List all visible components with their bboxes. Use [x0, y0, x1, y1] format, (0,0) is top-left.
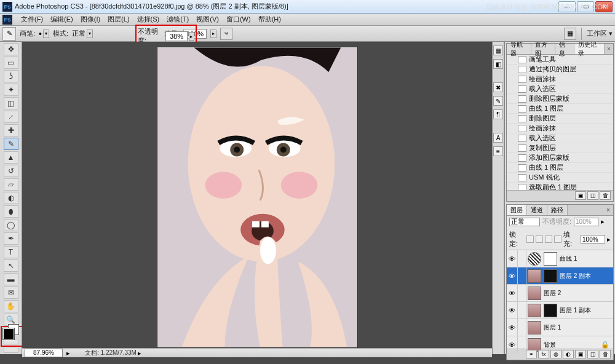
menu-file[interactable]: 文件(F) [17, 14, 47, 25]
tool-stamp[interactable]: ▲ [4, 151, 18, 164]
layer-fx-icon[interactable]: fx [538, 350, 549, 358]
tab-history[interactable]: 历史记录 [574, 44, 605, 54]
tool-eyedropper[interactable]: ⟋ [4, 111, 18, 123]
blend-mode-select[interactable]: 正常 [509, 218, 540, 226]
menu-window[interactable]: 窗口(W) [223, 14, 255, 25]
tool-shape[interactable]: ▬ [4, 273, 18, 285]
history-item[interactable]: 载入选区 [507, 84, 613, 94]
visibility-toggle[interactable]: 👁 [507, 285, 518, 301]
layer-opacity-value[interactable]: 100% [574, 218, 598, 226]
visibility-toggle[interactable]: 👁 [507, 302, 518, 318]
close-button[interactable]: ✕ [595, 1, 613, 12]
history-item[interactable]: 曲线 1 图层 [507, 163, 613, 173]
history-item[interactable]: 添加图层蒙版 [507, 153, 613, 163]
visibility-toggle[interactable]: 👁 [507, 267, 518, 284]
palette-strip-icon[interactable]: ✖ [493, 82, 503, 92]
history-item[interactable]: 删除图层 [507, 114, 613, 124]
tool-gradient[interactable]: ◐ [4, 192, 18, 204]
document-canvas[interactable] [157, 47, 358, 348]
menu-view[interactable]: 视图(V) [192, 14, 223, 25]
tab-info[interactable]: 信息 [555, 44, 574, 54]
visibility-toggle[interactable]: 👁 [507, 250, 518, 267]
panel-close-icon[interactable]: × [603, 205, 613, 215]
menu-help[interactable]: 帮助(H) [255, 14, 285, 25]
tool-history-brush[interactable]: ↺ [4, 165, 18, 177]
zoom-field[interactable]: 87.96% [25, 349, 63, 357]
history-item[interactable]: 删除图层蒙版 [507, 94, 613, 104]
link-layers-icon[interactable]: ⚭ [526, 350, 537, 358]
layer-mask-icon[interactable]: ◍ [550, 350, 561, 358]
history-item[interactable]: 选取颜色 1 图层 [507, 183, 613, 190]
lock-pixels-icon[interactable] [536, 235, 543, 243]
flow-caret[interactable]: ▸ [210, 30, 216, 38]
palette-strip-icon[interactable]: ✎ [493, 96, 503, 106]
screenmode-toggle[interactable] [4, 347, 18, 353]
tab-histogram[interactable]: 直方图 [531, 44, 556, 54]
palette-strip-icon[interactable]: A [493, 133, 503, 143]
opacity-caret[interactable]: ▸ [189, 32, 194, 41]
tool-brush[interactable]: ✎ [4, 138, 18, 150]
palette-strip-icon[interactable]: ¶ [493, 109, 503, 119]
menu-filter[interactable]: 滤镜(T) [163, 14, 192, 25]
brush-picker[interactable]: •▾ [39, 29, 49, 39]
mode-select[interactable]: 正常 ▾ [72, 29, 93, 38]
tool-preset-icon[interactable]: ✎ [2, 27, 16, 41]
layer-row[interactable]: 👁图层 1 副本 [507, 302, 613, 319]
visibility-toggle[interactable]: 👁 [507, 336, 518, 353]
menu-edit[interactable]: 编辑(E) [47, 14, 77, 25]
layer-row[interactable]: 👁图层 2 [507, 285, 613, 302]
tool-lasso[interactable]: ʖ [4, 70, 18, 82]
workspace-menu[interactable]: 工作区 ▾ [587, 29, 613, 38]
panel-close-icon[interactable]: × [605, 44, 613, 54]
history-item[interactable]: USM 锐化 [507, 173, 613, 183]
tool-crop[interactable]: ◫ [4, 97, 18, 109]
tool-notes[interactable]: ✉ [4, 287, 18, 299]
tool-dodge[interactable]: ◯ [4, 219, 18, 231]
minimize-button[interactable]: — [558, 1, 576, 12]
palette-strip-icon[interactable]: ≡ [493, 146, 503, 156]
tool-blur[interactable]: ⬮ [4, 205, 18, 218]
foreground-color[interactable] [3, 328, 14, 339]
history-item[interactable]: 通过拷贝的图层 [507, 65, 613, 74]
history-item[interactable]: 绘画涂抹 [507, 124, 613, 133]
menu-select[interactable]: 选择(S) [133, 14, 164, 25]
tool-pen[interactable]: ✒ [4, 232, 18, 245]
new-layer-icon[interactable]: ◫ [587, 350, 598, 358]
layer-row[interactable]: 👁曲线 1 [507, 250, 613, 267]
tool-path-select[interactable]: ↖ [4, 259, 18, 272]
maximize-button[interactable]: ▭ [577, 1, 594, 12]
layer-group-icon[interactable]: ▣ [575, 350, 586, 358]
palette-strip-icon[interactable]: ▦ [493, 46, 503, 55]
lock-all-icon[interactable] [554, 235, 561, 243]
menu-image[interactable]: 图像(I) [77, 14, 104, 25]
tool-hand[interactable]: ✋ [4, 300, 18, 312]
tool-marquee[interactable]: ▭ [4, 57, 18, 69]
tool-type[interactable]: T [4, 246, 18, 258]
tab-paths[interactable]: 路径 [547, 205, 568, 215]
trash-icon[interactable]: 🗑 [600, 191, 611, 200]
tool-eraser[interactable]: ▱ [4, 178, 18, 191]
history-new-icon[interactable]: ◫ [587, 191, 598, 200]
history-item[interactable]: 曲线 1 图层 [507, 104, 613, 114]
visibility-toggle[interactable]: 👁 [507, 319, 518, 336]
layer-row[interactable]: 👁图层 2 副本 [507, 267, 613, 285]
launch-bridge-icon[interactable]: ▦ [564, 28, 576, 40]
airbrush-icon[interactable]: ༄ [220, 28, 232, 40]
history-snapshot-icon[interactable]: ▣ [575, 191, 586, 200]
lock-position-icon[interactable] [545, 235, 552, 243]
tool-move[interactable]: ✥ [4, 43, 18, 55]
tab-layers[interactable]: 图层 [507, 205, 527, 215]
palette-strip-icon[interactable]: ◧ [493, 59, 503, 69]
history-item[interactable]: 复制图层 [507, 143, 613, 153]
tab-navigator[interactable]: 导航器 [507, 44, 531, 54]
layer-row[interactable]: 👁图层 1 [507, 319, 613, 336]
tool-wand[interactable]: ✦ [4, 84, 18, 96]
trash-icon[interactable]: 🗑 [600, 350, 611, 358]
menu-layer[interactable]: 图层(L) [104, 14, 133, 25]
color-swatch[interactable] [3, 328, 19, 335]
lock-transparency-icon[interactable] [526, 235, 534, 243]
adjustment-layer-icon[interactable]: ◐ [563, 350, 574, 358]
fill-value[interactable]: 100% [581, 235, 605, 243]
history-item[interactable]: 绘画涂抹 [507, 74, 613, 84]
tab-channels[interactable]: 通道 [527, 205, 547, 215]
